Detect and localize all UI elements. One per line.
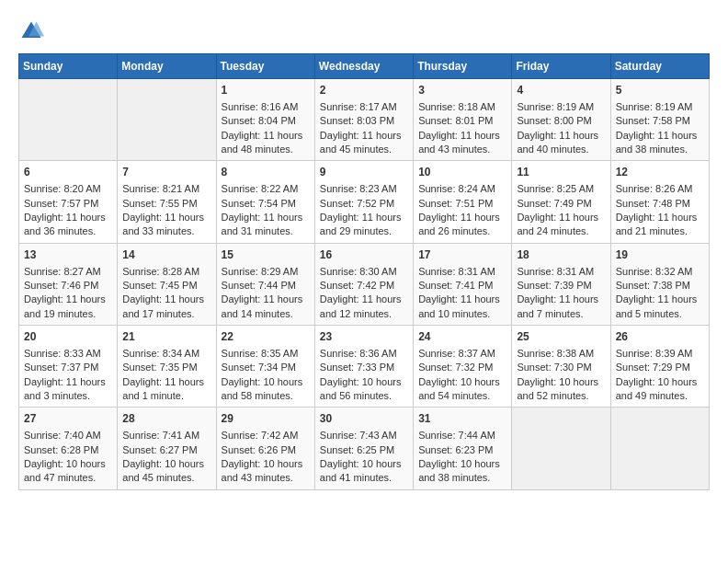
calendar-week-row: 6Sunrise: 8:20 AMSunset: 7:57 PMDaylight… — [19, 161, 710, 243]
day-number: 25 — [517, 329, 605, 345]
calendar-cell: 5Sunrise: 8:19 AMSunset: 7:58 PMDaylight… — [610, 79, 709, 161]
day-info: Daylight: 11 hours and 1 minute. — [122, 375, 210, 404]
day-info: Daylight: 10 hours and 49 minutes. — [616, 375, 704, 404]
day-number: 2 — [320, 83, 408, 98]
day-info: Daylight: 11 hours and 38 minutes. — [616, 129, 704, 157]
day-info: Sunset: 7:42 PM — [320, 279, 408, 293]
calendar-cell: 29Sunrise: 7:42 AMSunset: 6:26 PMDayligh… — [216, 408, 314, 489]
day-info: Daylight: 10 hours and 52 minutes. — [517, 375, 605, 404]
day-info: Sunset: 6:28 PM — [24, 443, 112, 457]
logo — [18, 18, 48, 44]
day-number: 19 — [616, 247, 704, 263]
day-info: Daylight: 11 hours and 24 minutes. — [517, 211, 605, 239]
day-info: Sunset: 6:27 PM — [122, 443, 210, 457]
calendar-week-row: 13Sunrise: 8:27 AMSunset: 7:46 PMDayligh… — [19, 243, 710, 325]
day-info: Daylight: 11 hours and 7 minutes. — [517, 293, 605, 321]
day-info: Daylight: 11 hours and 36 minutes. — [24, 211, 112, 239]
calendar-cell: 2Sunrise: 8:17 AMSunset: 8:03 PMDaylight… — [314, 79, 413, 161]
calendar-cell: 25Sunrise: 8:38 AMSunset: 7:30 PMDayligh… — [512, 326, 610, 408]
calendar-cell: 11Sunrise: 8:25 AMSunset: 7:49 PMDayligh… — [512, 161, 610, 243]
day-info: Sunrise: 8:37 AM — [418, 347, 506, 361]
day-info: Daylight: 10 hours and 38 minutes. — [418, 457, 506, 486]
calendar-cell — [512, 408, 610, 489]
calendar-cell: 31Sunrise: 7:44 AMSunset: 6:23 PMDayligh… — [414, 408, 512, 489]
day-number: 4 — [517, 83, 605, 98]
day-info: Sunrise: 8:29 AM — [222, 265, 310, 279]
day-of-week-header: Sunday — [19, 54, 118, 79]
day-info: Sunrise: 7:42 AM — [222, 429, 310, 442]
day-info: Daylight: 11 hours and 3 minutes. — [24, 375, 112, 404]
day-info: Daylight: 10 hours and 43 minutes. — [222, 457, 310, 486]
day-number: 21 — [122, 329, 210, 345]
day-info: Daylight: 11 hours and 31 minutes. — [222, 211, 310, 239]
day-info: Sunset: 7:51 PM — [418, 197, 506, 211]
day-info: Sunset: 7:52 PM — [320, 197, 408, 211]
day-of-week-header: Thursday — [414, 54, 512, 79]
day-number: 8 — [222, 165, 310, 180]
day-info: Sunrise: 7:40 AM — [24, 429, 112, 442]
calendar-cell: 12Sunrise: 8:26 AMSunset: 7:48 PMDayligh… — [610, 161, 709, 243]
day-info: Sunrise: 8:19 AM — [616, 100, 704, 114]
day-info: Daylight: 11 hours and 33 minutes. — [122, 211, 210, 239]
day-number: 6 — [24, 165, 112, 180]
day-info: Daylight: 11 hours and 12 minutes. — [320, 293, 408, 321]
day-number: 20 — [24, 329, 112, 345]
day-info: Sunrise: 8:20 AM — [24, 182, 112, 196]
day-info: Daylight: 11 hours and 45 minutes. — [320, 129, 408, 157]
day-info: Daylight: 10 hours and 58 minutes. — [222, 375, 310, 404]
day-number: 30 — [320, 411, 408, 427]
day-info: Sunset: 8:01 PM — [418, 114, 506, 128]
day-info: Sunset: 7:37 PM — [24, 361, 112, 374]
day-info: Daylight: 11 hours and 19 minutes. — [24, 293, 112, 321]
calendar-header-row: SundayMondayTuesdayWednesdayThursdayFrid… — [19, 54, 710, 79]
calendar-cell: 14Sunrise: 8:28 AMSunset: 7:45 PMDayligh… — [118, 243, 216, 325]
day-number: 16 — [320, 247, 408, 263]
day-of-week-header: Friday — [512, 54, 610, 79]
day-info: Sunrise: 8:26 AM — [616, 182, 704, 196]
day-info: Sunrise: 7:43 AM — [320, 429, 408, 442]
calendar-cell: 20Sunrise: 8:33 AMSunset: 7:37 PMDayligh… — [19, 326, 118, 408]
day-info: Sunset: 7:57 PM — [24, 197, 112, 211]
day-info: Daylight: 11 hours and 40 minutes. — [517, 129, 605, 157]
day-info: Sunset: 7:32 PM — [418, 361, 506, 374]
day-info: Sunset: 8:04 PM — [222, 114, 310, 128]
day-number: 17 — [418, 247, 506, 263]
page-header — [18, 18, 710, 44]
day-info: Sunset: 7:34 PM — [222, 361, 310, 374]
calendar-cell: 21Sunrise: 8:34 AMSunset: 7:35 PMDayligh… — [118, 326, 216, 408]
day-info: Daylight: 10 hours and 47 minutes. — [24, 457, 112, 486]
calendar-cell: 30Sunrise: 7:43 AMSunset: 6:25 PMDayligh… — [314, 408, 413, 489]
logo-icon — [18, 18, 44, 44]
calendar-cell: 23Sunrise: 8:36 AMSunset: 7:33 PMDayligh… — [314, 326, 413, 408]
day-info: Sunrise: 7:41 AM — [122, 429, 210, 442]
day-info: Sunrise: 8:21 AM — [122, 182, 210, 196]
calendar-cell: 1Sunrise: 8:16 AMSunset: 8:04 PMDaylight… — [216, 79, 314, 161]
calendar-cell: 15Sunrise: 8:29 AMSunset: 7:44 PMDayligh… — [216, 243, 314, 325]
day-info: Daylight: 11 hours and 14 minutes. — [222, 293, 310, 321]
calendar-cell: 8Sunrise: 8:22 AMSunset: 7:54 PMDaylight… — [216, 161, 314, 243]
day-of-week-header: Saturday — [610, 54, 709, 79]
day-info: Sunset: 7:54 PM — [222, 197, 310, 211]
day-of-week-header: Monday — [118, 54, 216, 79]
day-info: Sunrise: 8:33 AM — [24, 347, 112, 361]
day-info: Daylight: 11 hours and 17 minutes. — [122, 293, 210, 321]
day-info: Sunset: 8:00 PM — [517, 114, 605, 128]
day-info: Sunrise: 8:22 AM — [222, 182, 310, 196]
day-info: Sunset: 7:30 PM — [517, 361, 605, 374]
day-info: Daylight: 11 hours and 29 minutes. — [320, 211, 408, 239]
calendar-cell: 3Sunrise: 8:18 AMSunset: 8:01 PMDaylight… — [414, 79, 512, 161]
day-info: Sunrise: 8:34 AM — [122, 347, 210, 361]
day-number: 13 — [24, 247, 112, 263]
day-info: Sunrise: 8:28 AM — [122, 265, 210, 279]
day-info: Sunrise: 8:31 AM — [418, 265, 506, 279]
calendar-week-row: 20Sunrise: 8:33 AMSunset: 7:37 PMDayligh… — [19, 326, 710, 408]
day-info: Sunset: 7:39 PM — [517, 279, 605, 293]
day-number: 10 — [418, 165, 506, 180]
day-number: 3 — [418, 83, 506, 98]
day-info: Sunrise: 8:24 AM — [418, 182, 506, 196]
day-info: Sunset: 7:46 PM — [24, 279, 112, 293]
day-info: Sunset: 6:26 PM — [222, 443, 310, 457]
day-number: 23 — [320, 329, 408, 345]
day-info: Sunset: 7:48 PM — [616, 197, 704, 211]
calendar-table: SundayMondayTuesdayWednesdayThursdayFrid… — [18, 53, 710, 490]
